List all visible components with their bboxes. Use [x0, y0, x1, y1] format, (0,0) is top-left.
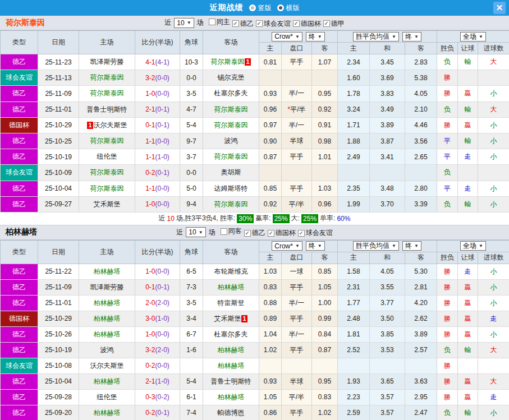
avg-final-select[interactable]: 终 ▼	[402, 32, 421, 41]
away-team[interactable]: 荷尔斯泰因	[203, 197, 259, 213]
home-team[interactable]: 柏林赫塔	[79, 311, 135, 327]
layout-horizontal-option[interactable]: 横版	[277, 3, 300, 13]
crow-company-select[interactable]: Crow* ▼	[272, 241, 302, 251]
away-team[interactable]: 帕德博恩	[203, 405, 259, 420]
home-team[interactable]: 柏林赫塔	[79, 327, 135, 343]
away-team[interactable]: 柏林赫塔	[203, 343, 259, 358]
checkbox-checked-icon[interactable]: ✓	[268, 230, 274, 237]
away-team[interactable]: 荷尔斯泰因	[203, 102, 259, 118]
away-team[interactable]: 柏林赫塔	[203, 390, 259, 405]
filter-option-同客[interactable]: 同客	[221, 227, 242, 236]
close-button[interactable]: ✕	[493, 2, 506, 14]
home-team[interactable]: 荷尔斯泰因	[79, 70, 135, 86]
home-team[interactable]: 波鸿	[79, 343, 135, 358]
avg-home-odds: 1.71	[338, 118, 370, 133]
checkbox-checked-icon[interactable]: ✓	[244, 230, 251, 237]
home-team[interactable]: 柏林赫塔	[79, 296, 135, 311]
home-team[interactable]: 荷尔斯泰因	[79, 181, 135, 197]
fulltime-select[interactable]: 全场 ▼	[460, 32, 486, 41]
away-team[interactable]: 荷尔斯泰因1	[203, 54, 259, 70]
away-team[interactable]: 荷尔斯泰因	[203, 118, 259, 133]
home-team[interactable]: 沃尔夫斯堡	[79, 358, 135, 374]
filter-option-德国杯[interactable]: ✓德国杯	[268, 228, 296, 238]
match-date: 25-11-09	[38, 280, 79, 296]
chevron-down-icon: ▼	[318, 243, 322, 248]
avg-final-select[interactable]: 终 ▼	[402, 241, 421, 251]
halftime-score: (0-2)	[155, 393, 169, 401]
radio-vertical-icon[interactable]	[249, 4, 256, 11]
checkbox-checked-icon[interactable]: ✓	[293, 20, 300, 27]
home-team[interactable]: 柏林赫塔	[79, 405, 135, 420]
filter-option-label: 德甲	[331, 19, 345, 29]
summary-team1: 近10场,胜3平3负4, 胜率: 30% 赢率: 25% 大: 25% 单率:6…	[0, 213, 509, 225]
home-team[interactable]: 荷尔斯泰因	[79, 165, 135, 181]
handicap-home-odds: 0.90	[259, 133, 282, 149]
radio-horizontal-icon[interactable]	[277, 4, 284, 11]
away-team[interactable]: 锡尔克堡	[203, 70, 259, 86]
home-team[interactable]: 凯泽斯劳滕	[79, 54, 135, 70]
result-handicap: 贏	[458, 311, 478, 327]
away-team[interactable]: 特雷斯登	[203, 296, 259, 311]
away-team[interactable]: 普鲁士明斯特	[203, 374, 259, 390]
filter-option-德乙[interactable]: ✓德乙	[232, 19, 254, 29]
avg-draw-odds: 3.77	[370, 296, 405, 311]
home-team-name: 凯泽斯劳滕	[90, 57, 124, 67]
checkbox-unchecked-icon[interactable]	[221, 228, 227, 235]
filter-option-球会友谊[interactable]: ✓球会友谊	[298, 228, 333, 238]
home-team[interactable]: 纽伦堡	[79, 390, 135, 405]
away-team[interactable]: 柏林赫塔	[203, 280, 259, 296]
away-team[interactable]: 柏林赫塔	[203, 358, 259, 374]
away-team[interactable]: 杜塞尔多夫	[203, 86, 259, 101]
home-team[interactable]: 荷尔斯泰因	[79, 133, 135, 149]
col-score: 比分(半场)	[135, 31, 180, 54]
away-team[interactable]: 布轮斯维克	[203, 264, 259, 280]
col-home: 主场	[79, 31, 135, 54]
crow-final-select[interactable]: 终 ▼	[306, 32, 325, 41]
filter-near-label: 近	[164, 18, 171, 27]
halftime-score: (0-0)	[155, 267, 169, 275]
away-team[interactable]: 艾禾斯堡1	[203, 311, 259, 327]
filter-option-德甲[interactable]: ✓德甲	[323, 19, 345, 29]
col-away: 客场	[203, 31, 259, 54]
filter-option-德国杯[interactable]: ✓德国杯	[293, 19, 321, 29]
home-team[interactable]: 1沃尔夫斯堡	[79, 118, 135, 133]
handicap-away-odds: 0.91	[312, 118, 338, 133]
home-team[interactable]: 荷尔斯泰因	[79, 86, 135, 101]
filter-option-同主[interactable]: 同主	[209, 17, 230, 27]
fulltime-select[interactable]: 全场 ▼	[460, 241, 486, 251]
crow-final-select[interactable]: 终 ▼	[306, 241, 325, 251]
checkbox-checked-icon[interactable]: ✓	[298, 230, 305, 237]
matches-count-select[interactable]: 10 ▼	[186, 227, 205, 237]
away-team[interactable]: 荷尔斯泰因	[203, 149, 259, 165]
crow-company-select[interactable]: Crow* ▼	[272, 32, 302, 41]
away-team[interactable]: 奥胡斯	[203, 165, 259, 181]
away-team[interactable]: 波鸿	[203, 133, 259, 149]
col-avg-home: 主	[338, 252, 370, 264]
home-team[interactable]: 艾禾斯堡	[79, 197, 135, 213]
checkbox-checked-icon[interactable]: ✓	[323, 20, 330, 27]
home-team[interactable]: 柏林赫塔	[79, 264, 135, 280]
home-team[interactable]: 普鲁士明斯特	[79, 102, 135, 118]
home-team[interactable]: 纽伦堡	[79, 149, 135, 165]
filter-option-label: 球会友谊	[264, 19, 291, 29]
checkbox-checked-icon[interactable]: ✓	[256, 20, 263, 27]
result-goals: 小	[478, 181, 509, 197]
avg-odds-select[interactable]: 胜平负均值 ▼	[353, 241, 399, 251]
filter-option-球会友谊[interactable]: ✓球会友谊	[256, 19, 291, 29]
checkbox-unchecked-icon[interactable]	[209, 19, 215, 25]
checkbox-checked-icon[interactable]: ✓	[232, 20, 239, 27]
layout-vertical-option[interactable]: 竖版	[249, 3, 272, 13]
filter-option-德乙[interactable]: ✓德乙	[244, 228, 265, 238]
avg-odds-select[interactable]: 胜平负均值 ▼	[353, 32, 399, 41]
halftime-score: (0-1)	[155, 283, 169, 291]
home-team[interactable]: 柏林赫塔	[79, 374, 135, 390]
away-team[interactable]: 达姆斯塔特	[203, 181, 259, 197]
matches-count-select[interactable]: 10 ▼	[174, 18, 194, 28]
match-score: 2-1(1-0)	[135, 374, 180, 390]
handicap-away-odds: 0.87	[312, 343, 338, 358]
home-team[interactable]: 凯泽斯劳滕	[79, 280, 135, 296]
avg-away-odds: 2.95	[405, 390, 437, 405]
away-team[interactable]: 杜塞尔多夫	[203, 327, 259, 343]
table-row: 德国杯 25-10-29 柏林赫塔 3-0(1-0) 3-4 艾禾斯堡1 0.8…	[0, 311, 509, 327]
filter-near-label: 近	[176, 228, 183, 237]
